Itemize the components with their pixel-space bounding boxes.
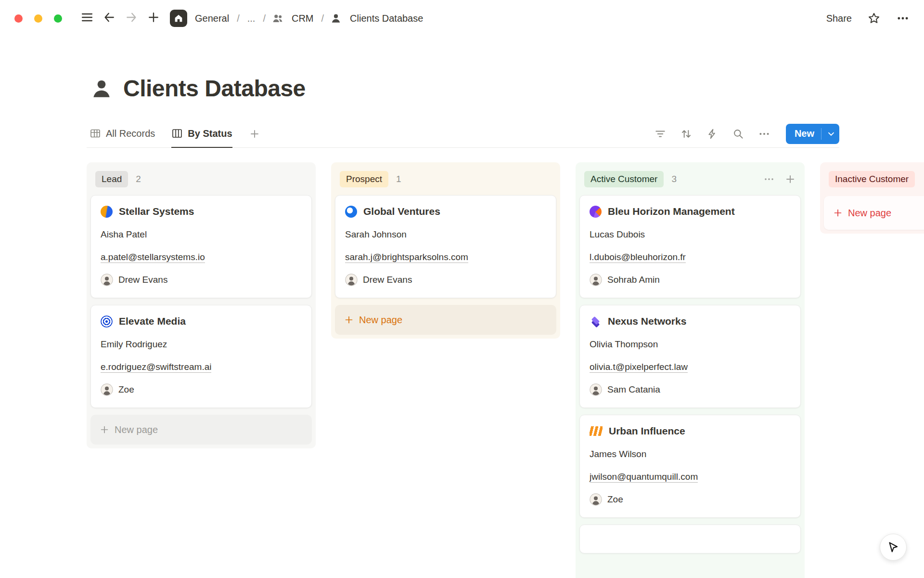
owner-row: Sam Catania [590, 383, 791, 396]
column-inactive-customer: Inactive Customer New page [820, 162, 924, 234]
plus-icon [344, 315, 354, 325]
email-link[interactable]: l.dubois@bleuhorizon.fr [590, 252, 686, 263]
elevate-media-logo-icon [101, 315, 113, 328]
new-page-label: New page [115, 424, 158, 435]
filter-icon[interactable] [654, 128, 667, 140]
breadcrumb-separator: / [321, 13, 324, 24]
breadcrumb-separator: / [263, 13, 266, 24]
automation-bolt-icon[interactable] [706, 128, 719, 140]
close-window-button[interactable] [14, 14, 23, 23]
new-page-button-lead[interactable]: New page [90, 415, 312, 445]
client-card-stellar-systems[interactable]: Stellar Systems Aisha Patel a.patel@stel… [90, 195, 312, 298]
column-more-icon[interactable] [763, 173, 775, 185]
owner-name: Sam Catania [607, 383, 660, 396]
sidebar-toggle-button[interactable] [78, 10, 96, 27]
new-page-button-prospect[interactable]: New page [335, 305, 556, 335]
breadcrumb-crm[interactable]: CRM [290, 12, 316, 26]
column-header: Inactive Customer [824, 166, 924, 195]
forward-button[interactable] [123, 10, 140, 27]
plus-icon [833, 208, 843, 218]
status-badge-prospect[interactable]: Prospect [340, 171, 388, 187]
topbar-actions: Share [826, 12, 910, 25]
contact-name: Sarah Johnson [345, 228, 546, 241]
floating-cursor-button[interactable] [880, 534, 907, 561]
workspace-home-icon[interactable] [170, 10, 187, 27]
client-card-elevate-media[interactable]: Elevate Media Emily Rodriguez e.rodrigue… [90, 305, 312, 408]
back-button[interactable] [101, 10, 118, 27]
tab-label: All Records [106, 128, 155, 139]
column-header: Lead 2 [90, 166, 312, 195]
new-button-label: New [795, 128, 814, 139]
client-card-bleu-horizon[interactable]: Bleu Horizon Management Lucas Dubois l.d… [579, 195, 801, 298]
new-page-button-inactive[interactable]: New page [824, 196, 924, 230]
company-name: Bleu Horizon Management [608, 205, 735, 218]
plus-icon [147, 11, 160, 26]
client-card-global-ventures[interactable]: Global Ventures Sarah Johnson sarah.j@br… [335, 195, 556, 298]
owner-row: Sohrab Amin [590, 274, 791, 286]
tab-by-status[interactable]: By Status [171, 120, 232, 148]
company-name: Stellar Systems [119, 205, 194, 218]
owner-name: Drew Evans [363, 274, 412, 286]
contact-name: Olivia Thompson [590, 338, 791, 351]
sort-icon[interactable] [680, 128, 693, 140]
company-name: Nexus Networks [608, 315, 686, 328]
nexus-networks-logo-icon [590, 315, 602, 328]
email-link[interactable]: olivia.t@pixelperfect.law [590, 362, 688, 373]
stellar-systems-logo-icon [101, 206, 113, 218]
owner-name: Zoe [118, 383, 134, 396]
search-icon[interactable] [732, 128, 744, 140]
company-name: Global Ventures [363, 205, 440, 218]
column-add-card-icon[interactable] [784, 173, 796, 185]
column-active-customer: Active Customer 3 Bleu Horizon Managemen… [576, 162, 805, 578]
share-button[interactable]: Share [826, 13, 852, 24]
zoom-window-button[interactable] [54, 14, 62, 23]
email-link[interactable]: a.patel@stellarsystems.io [101, 252, 205, 263]
owner-row: Drew Evans [345, 274, 546, 286]
button-divider [821, 128, 821, 140]
avatar-zoe [101, 383, 113, 396]
column-count: 1 [396, 174, 401, 184]
plus-icon [99, 424, 110, 435]
back-arrow-icon [103, 11, 116, 26]
client-card-urban-influence[interactable]: Urban Influence James Wilson jwilson@qua… [579, 415, 801, 518]
new-record-button[interactable]: New [786, 124, 839, 144]
minimize-window-button[interactable] [34, 14, 42, 23]
owner-name: Zoe [607, 493, 623, 506]
status-badge-inactive-customer[interactable]: Inactive Customer [829, 171, 915, 187]
breadcrumb-current-page[interactable]: Clients Database [348, 12, 425, 26]
cursor-icon [886, 540, 900, 554]
contact-name: James Wilson [590, 448, 791, 460]
client-card-partially-visible[interactable] [579, 525, 801, 553]
bleu-horizon-logo-icon [590, 206, 602, 218]
avatar-drew-evans [345, 274, 358, 286]
new-tab-button[interactable] [145, 10, 162, 27]
column-header: Prospect 1 [335, 166, 556, 195]
view-more-icon[interactable] [758, 128, 770, 140]
owner-row: Zoe [590, 493, 791, 506]
add-view-button[interactable] [249, 128, 260, 140]
email-link[interactable]: e.rodriguez@swiftstream.ai [101, 362, 211, 373]
column-lead: Lead 2 Stellar Systems Aisha Patel a.pat… [87, 162, 316, 448]
status-badge-lead[interactable]: Lead [95, 171, 128, 187]
hamburger-icon [80, 11, 94, 26]
email-link[interactable]: sarah.j@brightsparksolns.com [345, 252, 468, 263]
page-title[interactable]: Clients Database [123, 75, 306, 102]
owner-row: Zoe [101, 383, 302, 396]
global-ventures-logo-icon [345, 206, 357, 218]
page-person-icon[interactable] [90, 77, 114, 101]
board-view-icon [171, 128, 183, 139]
breadcrumb-general[interactable]: General [193, 12, 231, 26]
company-name: Elevate Media [119, 315, 186, 328]
client-card-nexus-networks[interactable]: Nexus Networks Olivia Thompson olivia.t@… [579, 305, 801, 408]
breadcrumb-collapsed[interactable]: ... [245, 12, 257, 26]
avatar-drew-evans [101, 274, 113, 286]
favorite-star-icon[interactable] [867, 12, 881, 25]
chevron-down-icon[interactable] [826, 129, 836, 139]
more-options-icon[interactable] [896, 12, 910, 25]
people-icon [271, 12, 284, 25]
tab-all-records[interactable]: All Records [90, 120, 155, 148]
column-header: Active Customer 3 [579, 166, 801, 195]
email-link[interactable]: jwilson@quantumquill.com [590, 472, 698, 483]
status-badge-active-customer[interactable]: Active Customer [584, 171, 664, 187]
view-toolbar: New [654, 124, 839, 144]
